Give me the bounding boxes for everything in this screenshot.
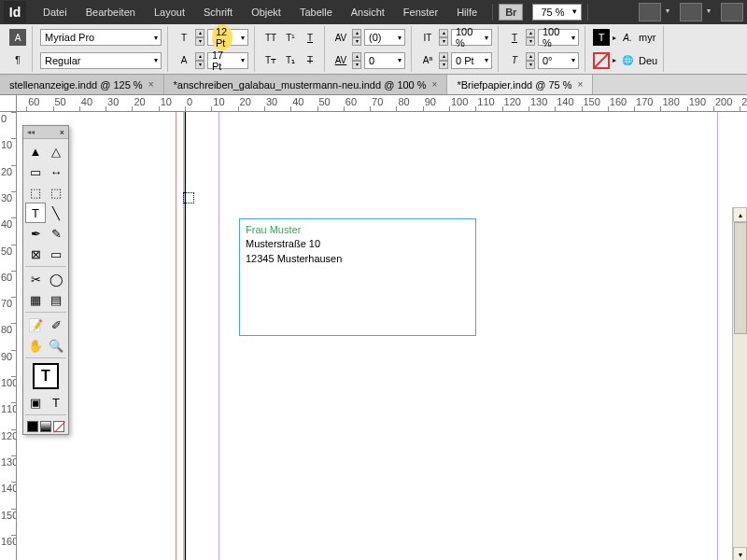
- skew-spinner[interactable]: ▴▾: [526, 52, 535, 69]
- screen-mode-icon[interactable]: [680, 3, 702, 21]
- kerning-input[interactable]: (0): [364, 29, 405, 46]
- menu-type[interactable]: Schrift: [194, 7, 242, 18]
- font-size-spinner[interactable]: ▴▾: [195, 29, 204, 46]
- note-tool[interactable]: 📝: [25, 315, 46, 335]
- address-line-1: Frau Muster: [246, 223, 470, 237]
- menu-object[interactable]: Objekt: [242, 7, 290, 18]
- separator: [587, 4, 588, 21]
- scroll-down-button[interactable]: ▾: [733, 547, 747, 560]
- arrange-docs-icon[interactable]: [721, 3, 743, 21]
- margin-guide-right: [717, 112, 718, 560]
- pencil-tool[interactable]: ✎: [46, 223, 66, 244]
- all-caps-button[interactable]: TT: [262, 29, 279, 46]
- char-style-icon: A.: [619, 29, 636, 46]
- workspace: 6050403020100102030405060708090100110120…: [0, 95, 747, 560]
- page-edge: [185, 112, 186, 560]
- formatting-container-icon[interactable]: ▣: [25, 392, 46, 413]
- skew-icon: T: [506, 52, 523, 69]
- apply-color-swatch[interactable]: [27, 421, 38, 432]
- small-caps-button[interactable]: Tᴛ: [262, 52, 279, 69]
- leading-spinner[interactable]: ▴▾: [195, 52, 204, 69]
- tracking-spinner[interactable]: ▴▾: [352, 52, 361, 69]
- vscale-spinner[interactable]: ▴▾: [439, 29, 448, 46]
- menu-layout[interactable]: Layout: [145, 7, 194, 18]
- free-transform-tool[interactable]: ◯: [46, 269, 66, 289]
- superscript-button[interactable]: T¹: [282, 29, 299, 46]
- underline-button[interactable]: T: [302, 29, 318, 46]
- gradient-swatch-tool[interactable]: ▦: [25, 289, 46, 310]
- doc-tab-3[interactable]: *Briefpapier.indd @ 75 % ×: [447, 75, 593, 94]
- menu-window[interactable]: Fenster: [394, 7, 447, 18]
- address-text-frame[interactable]: Frau Muster Musterstraße 10 12345 Muster…: [239, 218, 476, 336]
- scroll-up-button[interactable]: ▴: [733, 207, 747, 222]
- type-tool[interactable]: T: [25, 203, 46, 223]
- bridge-button[interactable]: Br: [499, 4, 523, 21]
- gap-tool[interactable]: ↔: [46, 161, 66, 182]
- para-mode-icon[interactable]: ¶: [9, 52, 26, 69]
- document-canvas[interactable]: Frau Muster Musterstraße 10 12345 Muster…: [17, 112, 747, 560]
- doc-tab-1[interactable]: stellenanzeige.indd @ 125 % ×: [0, 75, 164, 94]
- page-tool[interactable]: ▭: [25, 161, 46, 182]
- apply-none-swatch[interactable]: [53, 421, 64, 432]
- strikethrough-button[interactable]: T: [302, 52, 318, 69]
- char-style-hint: myr: [639, 32, 655, 43]
- hscale-spinner[interactable]: ▴▾: [526, 29, 535, 46]
- content-collector-tool[interactable]: ⬚: [25, 182, 46, 203]
- address-line-3: 12345 Musterhausen: [246, 252, 470, 266]
- selection-tool[interactable]: ▲: [25, 141, 46, 161]
- close-icon[interactable]: ×: [578, 79, 584, 90]
- tracking-input[interactable]: 0: [364, 52, 405, 69]
- menu-help[interactable]: Hilfe: [447, 7, 486, 18]
- rect-frame-tool[interactable]: ⊠: [25, 244, 46, 264]
- direct-selection-tool[interactable]: △: [46, 141, 66, 161]
- vscale-input[interactable]: 100 %: [451, 29, 492, 46]
- close-icon[interactable]: ×: [148, 79, 154, 90]
- text-fill-swatch[interactable]: T: [593, 29, 610, 46]
- menu-file[interactable]: Datei: [34, 7, 77, 18]
- zoom-tool[interactable]: 🔍: [46, 335, 66, 356]
- vertical-ruler[interactable]: 0102030405060708090100110120130140150160…: [0, 112, 17, 560]
- view-options-icon[interactable]: [639, 3, 661, 21]
- collapse-icon[interactable]: ◂◂: [27, 128, 35, 136]
- panel-header[interactable]: ◂◂×: [23, 126, 68, 139]
- menu-edit[interactable]: Bearbeiten: [77, 7, 145, 18]
- baseline-input[interactable]: 0 Pt: [451, 52, 492, 69]
- formatting-text-icon[interactable]: T: [46, 392, 66, 413]
- baseline-spinner[interactable]: ▴▾: [439, 52, 448, 69]
- content-placer-tool[interactable]: ⬚: [46, 182, 66, 203]
- menu-view[interactable]: Ansicht: [342, 7, 394, 18]
- tools-panel[interactable]: ◂◂× ▲ △ ▭ ↔ ⬚ ⬚ T ╲ ✒ ✎ ⊠ ▭ ✂ ◯ ▦ ▤ 📝 ✐ …: [22, 125, 69, 435]
- line-tool[interactable]: ╲: [46, 203, 66, 223]
- hscale-input[interactable]: 100 %: [538, 29, 579, 46]
- address-line-2: Musterstraße 10: [246, 237, 470, 251]
- font-family-dropdown[interactable]: Myriad Pro: [40, 29, 162, 46]
- zoom-level-dropdown[interactable]: 75 %: [532, 4, 582, 21]
- kerning-spinner[interactable]: ▴▾: [352, 29, 361, 46]
- scissors-tool[interactable]: ✂: [25, 269, 46, 289]
- gradient-feather-tool[interactable]: ▤: [46, 289, 66, 310]
- hand-tool[interactable]: ✋: [25, 335, 46, 356]
- apply-gradient-swatch[interactable]: [40, 421, 51, 432]
- margin-guide-left: [218, 112, 219, 560]
- rectangle-tool[interactable]: ▭: [46, 244, 66, 264]
- scrollbar-thumb[interactable]: [734, 222, 747, 334]
- text-stroke-swatch[interactable]: [593, 52, 610, 69]
- vertical-scrollbar[interactable]: ▴ ▾: [732, 207, 747, 560]
- eyedropper-tool[interactable]: ✐: [46, 315, 66, 335]
- horizontal-ruler[interactable]: 6050403020100102030405060708090100110120…: [17, 95, 747, 112]
- doc-tab-2[interactable]: *anschreiben_galabau_mustermann-neu.indd…: [164, 75, 448, 94]
- subscript-button[interactable]: T₁: [282, 52, 299, 69]
- pen-tool[interactable]: ✒: [25, 223, 46, 244]
- menu-table[interactable]: Tabelle: [290, 7, 342, 18]
- document-tabs: stellenanzeige.indd @ 125 % × *anschreib…: [0, 75, 747, 95]
- language-hint: Deu: [639, 55, 657, 66]
- ruler-origin[interactable]: [0, 95, 17, 112]
- font-size-input[interactable]: 12 Pt: [207, 29, 248, 46]
- char-mode-icon[interactable]: A: [9, 29, 26, 46]
- close-icon[interactable]: ×: [60, 128, 64, 137]
- skew-input[interactable]: 0°: [538, 52, 579, 69]
- leading-input[interactable]: 17 Pt: [207, 52, 248, 69]
- font-style-dropdown[interactable]: Regular: [40, 52, 162, 69]
- close-icon[interactable]: ×: [432, 79, 438, 90]
- fill-stroke-toggle[interactable]: T: [25, 360, 66, 392]
